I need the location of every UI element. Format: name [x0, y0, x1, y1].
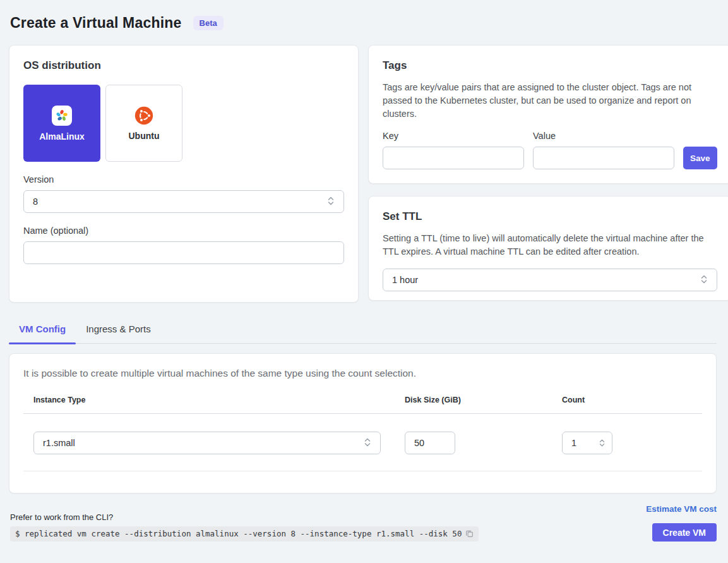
- page-header: Create a Virtual Machine Beta: [0, 0, 728, 45]
- count-stepper[interactable]: 1: [562, 432, 612, 454]
- set-ttl-card: Set TTL Setting a TTL (time to live) wil…: [368, 196, 728, 301]
- chevron-up-down-icon: [700, 274, 708, 286]
- footer-actions: Estimate VM cost Create VM: [646, 504, 717, 542]
- instance-type-select[interactable]: r1.small: [33, 432, 381, 454]
- table-row: r1.small 1: [23, 414, 702, 471]
- ttl-select[interactable]: 1 hour: [383, 269, 717, 291]
- name-label: Name (optional): [23, 226, 344, 236]
- config-tabs: VM Config Ingress & Ports: [9, 320, 717, 344]
- ttl-card-title: Set TTL: [383, 210, 717, 223]
- chevron-up-down-icon: [364, 437, 371, 449]
- cli-command-text: $ replicated vm create --distribution al…: [15, 529, 462, 538]
- count-value: 1: [571, 438, 576, 448]
- header-count: Count: [552, 396, 702, 404]
- instance-type-value: r1.small: [43, 438, 75, 448]
- disk-size-cell: [395, 432, 552, 454]
- page-title: Create a Virtual Machine: [10, 15, 182, 32]
- tag-key-input[interactable]: [383, 147, 524, 169]
- top-cards-row: OS distribution: [0, 45, 728, 303]
- os-tile-almalinux-label: AlmaLinux: [39, 131, 85, 142]
- version-select[interactable]: 8: [23, 190, 344, 213]
- version-label: Version: [23, 174, 344, 185]
- create-vm-page: Create a Virtual Machine Beta OS distrib…: [0, 0, 728, 563]
- tag-key-field: Key: [383, 131, 524, 169]
- tag-value-label: Value: [533, 131, 674, 141]
- beta-badge: Beta: [193, 16, 224, 30]
- tag-key-label: Key: [383, 131, 524, 141]
- stepper-arrows-icon[interactable]: [599, 439, 606, 447]
- disk-size-input[interactable]: [405, 432, 455, 454]
- instance-type-cell: r1.small: [23, 432, 395, 454]
- tags-description: Tags are key/value pairs that are assign…: [383, 81, 706, 121]
- count-cell: 1: [552, 432, 702, 454]
- os-tile-ubuntu-label: Ubuntu: [129, 131, 160, 141]
- version-select-value: 8: [33, 197, 38, 207]
- tab-vm-config[interactable]: VM Config: [9, 320, 76, 343]
- header-disk-size: Disk Size (GiB): [395, 396, 552, 404]
- header-instance-type: Instance Type: [23, 396, 395, 404]
- ttl-description: Setting a TTL (time to live) will automa…: [383, 232, 711, 258]
- cli-block: Prefer to work from the CLI? $ replicate…: [10, 512, 479, 542]
- right-column: Tags Tags are key/value pairs that are a…: [368, 45, 728, 301]
- vm-config-card: It is possible to create multiple virtua…: [9, 353, 717, 493]
- vm-config-description: It is possible to create multiple virtua…: [23, 368, 702, 379]
- os-tiles: AlmaLinux: [23, 85, 344, 162]
- tag-value-input[interactable]: [533, 147, 674, 169]
- cli-command: $ replicated vm create --distribution al…: [10, 526, 479, 542]
- os-distribution-card: OS distribution: [9, 45, 359, 303]
- os-card-title: OS distribution: [23, 59, 344, 72]
- create-vm-button[interactable]: Create VM: [652, 523, 717, 542]
- almalinux-icon: [52, 106, 72, 126]
- tags-card: Tags Tags are key/value pairs that are a…: [368, 45, 728, 184]
- tags-card-title: Tags: [383, 59, 717, 72]
- ubuntu-icon: [134, 106, 153, 125]
- cli-prompt: Prefer to work from the CLI?: [10, 512, 479, 522]
- vm-table: Instance Type Disk Size (GiB) Count r1.s…: [23, 396, 702, 471]
- estimate-vm-cost-link[interactable]: Estimate VM cost: [646, 504, 717, 514]
- save-tag-button[interactable]: Save: [683, 147, 717, 169]
- name-input[interactable]: [23, 241, 344, 264]
- os-tile-ubuntu[interactable]: Ubuntu: [105, 85, 182, 162]
- tab-ingress-ports[interactable]: Ingress & Ports: [76, 320, 161, 343]
- ttl-select-value: 1 hour: [392, 275, 418, 285]
- tags-kv-row: Key Value Save: [383, 131, 717, 169]
- page-footer: Prefer to work from the CLI? $ replicate…: [0, 493, 728, 542]
- vm-table-header: Instance Type Disk Size (GiB) Count: [23, 396, 702, 414]
- os-tile-almalinux[interactable]: AlmaLinux: [23, 85, 100, 162]
- tag-value-field: Value: [533, 131, 674, 169]
- chevron-up-down-icon: [327, 196, 335, 208]
- copy-icon[interactable]: [465, 530, 474, 538]
